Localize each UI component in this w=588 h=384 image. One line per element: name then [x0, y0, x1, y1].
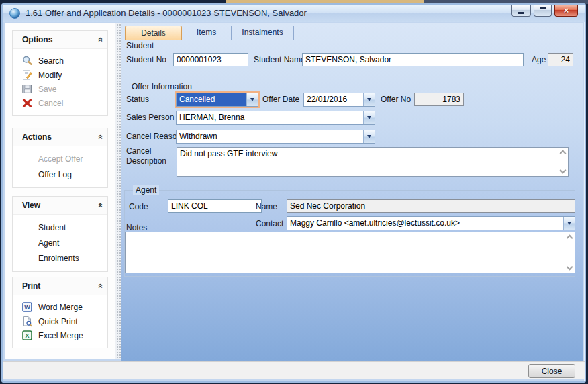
notes-wrap: [125, 232, 575, 273]
offer-date-label: Offer Date: [262, 95, 299, 104]
print-panel-header[interactable]: Print »: [13, 277, 107, 295]
offer-group-label: Offer Information: [132, 82, 192, 91]
view-enrolments-button[interactable]: Enrolments: [13, 250, 107, 266]
collapse-icon[interactable]: »: [91, 37, 109, 42]
cancel-reason-label: Cancel Reason: [126, 132, 181, 141]
actions-panel: Actions » Accept Offer Offer Log: [12, 128, 108, 188]
word-merge-button[interactable]: W Word Merge: [13, 300, 107, 314]
tab-details[interactable]: Details: [125, 26, 182, 40]
offer-no-label: Offer No: [381, 95, 411, 104]
search-icon: [21, 55, 33, 66]
modify-icon: [21, 69, 33, 81]
view-agent-button[interactable]: Agent: [13, 235, 107, 250]
offer-log-button[interactable]: Offer Log: [13, 166, 107, 182]
notes-field[interactable]: [126, 232, 575, 273]
close-window-button[interactable]: ×: [554, 5, 578, 17]
accept-offer-button: Accept Offer: [13, 151, 107, 166]
maximize-button[interactable]: [534, 5, 552, 17]
close-button[interactable]: Close: [528, 364, 575, 378]
age-label: Age: [532, 55, 546, 64]
excel-merge-icon: X: [21, 330, 33, 341]
window-controls: ×: [511, 5, 578, 17]
agent-code-field[interactable]: [168, 199, 262, 213]
cancel-description-label: Cancel Description: [126, 146, 169, 166]
search-button[interactable]: Search: [13, 54, 107, 68]
close-icon: ×: [564, 5, 569, 16]
view-student-button[interactable]: Student: [13, 220, 107, 235]
cancel-reason-dropdown-button[interactable]: [363, 130, 375, 143]
agent-contact-label: Contact: [256, 219, 283, 228]
modify-button[interactable]: Modify: [13, 68, 107, 82]
actions-panel-header[interactable]: Actions »: [13, 128, 107, 146]
sidebar-splitter[interactable]: [115, 23, 121, 359]
print-items: W Word Merge Quick Print X Excel Merge: [13, 295, 107, 348]
actions-panel-title: Actions: [22, 132, 52, 142]
view-panel-header[interactable]: View »: [13, 197, 107, 215]
quick-print-label: Quick Print: [38, 317, 78, 326]
options-items: Search Modify Save: [13, 49, 107, 115]
age-field: [548, 53, 573, 66]
titlebar[interactable]: 1.61 Offer and Application Details - 000…: [3, 5, 585, 22]
student-no-field[interactable]: [173, 53, 248, 66]
view-panel-title: View: [22, 201, 40, 210]
print-panel: Print » W Word Merge Quick Print: [12, 277, 108, 348]
maximize-icon: [540, 7, 546, 13]
save-icon: [21, 83, 33, 95]
svg-text:X: X: [25, 332, 29, 339]
collapse-icon[interactable]: »: [91, 134, 109, 139]
quick-print-button[interactable]: Quick Print: [13, 314, 107, 328]
collapse-icon[interactable]: »: [91, 203, 109, 207]
word-merge-icon: W: [21, 301, 33, 313]
agent-contact-value: Maggy Carrillo <amet.ultricies@lectussit…: [287, 217, 563, 230]
dropdown-arrow-icon: [250, 98, 254, 101]
footer-bar: Close: [3, 361, 585, 379]
student-name-field[interactable]: [302, 53, 524, 66]
sales-person-value: HERMAN, Brenna: [177, 111, 363, 124]
options-panel-header[interactable]: Options »: [13, 31, 107, 49]
agent-contact-dropdown-button[interactable]: [563, 217, 575, 230]
tab-bar: Details Items Instalments: [125, 26, 294, 40]
dropdown-arrow-icon: [567, 222, 571, 225]
sales-person-dropdown-button[interactable]: [363, 111, 375, 124]
agent-code-label: Code: [129, 202, 148, 211]
main-content: Details Items Instalments Student Studen…: [121, 23, 583, 361]
cancel-reason-combobox[interactable]: Withdrawn: [176, 130, 375, 144]
cancel-description-field[interactable]: Did not pass GTE interview: [177, 148, 568, 176]
minimize-button[interactable]: [511, 5, 531, 17]
dropdown-arrow-icon: [367, 135, 371, 138]
status-label: Status: [126, 95, 149, 104]
quick-print-icon: [21, 316, 33, 327]
save-label: Save: [38, 85, 56, 94]
offer-date-dropdown-button[interactable]: [363, 93, 375, 106]
offer-no-field: [414, 93, 464, 106]
status-dropdown-button[interactable]: [246, 93, 258, 106]
status-value: Cancelled: [177, 93, 246, 106]
app-icon: [9, 8, 20, 19]
cancel-reason-value: Withdrawn: [177, 130, 363, 143]
student-group-label: Student: [126, 41, 154, 50]
view-student-label: Student: [38, 223, 66, 232]
student-name-label: Student Name: [254, 55, 305, 64]
tab-items[interactable]: Items: [182, 26, 232, 40]
sidebar: Options » Search Modify: [5, 23, 115, 359]
view-panel: View » Student Agent Enrolments: [12, 196, 108, 272]
actions-items: Accept Offer Offer Log: [13, 146, 107, 187]
view-agent-label: Agent: [38, 238, 59, 248]
offer-log-label: Offer Log: [38, 170, 72, 179]
agent-contact-combobox[interactable]: Maggy Carrillo <amet.ultricies@lectussit…: [287, 216, 575, 230]
offer-date-picker[interactable]: 22/01/2016: [303, 93, 375, 107]
notes-label: Notes: [126, 223, 147, 232]
sales-person-combobox[interactable]: HERMAN, Brenna: [176, 111, 375, 125]
svg-text:W: W: [24, 304, 30, 311]
agent-name-label: Name: [256, 202, 277, 211]
cancel-label: Cancel: [38, 99, 63, 108]
window-title: 1.61 Offer and Application Details - 000…: [26, 8, 307, 18]
view-items: Student Agent Enrolments: [13, 215, 107, 271]
minimize-icon: [518, 12, 524, 14]
excel-merge-button[interactable]: X Excel Merge: [13, 328, 107, 342]
accept-offer-label: Accept Offer: [38, 154, 83, 164]
tab-instalments[interactable]: Instalments: [232, 26, 294, 40]
collapse-icon[interactable]: »: [91, 283, 109, 288]
status-combobox[interactable]: Cancelled: [176, 93, 258, 107]
cancel-button: Cancel: [13, 96, 107, 110]
